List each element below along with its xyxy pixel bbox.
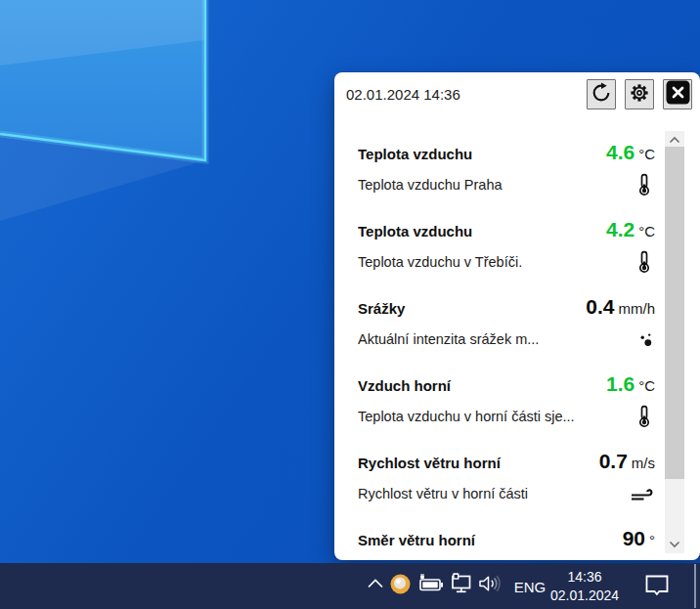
raindrops-icon [635,329,655,349]
sensor-value-unit: °C [638,377,655,394]
sensor-subtitle: Aktuální intenzita srážek m... [358,331,539,347]
sensor-subtitle: Teplota vzduchu v horní části sje... [358,409,575,424]
show-desktop-divider[interactable] [694,564,696,608]
network-icon [449,573,473,598]
sensor-value: 0.7m/s [599,451,655,471]
volume-button[interactable] [475,576,503,595]
speaker-icon [476,574,503,597]
weather-widget-panel: 02.01.2024 14:36 [334,72,700,560]
sensor-subtitle: Teplota vzduchu Praha [358,177,503,193]
close-icon [665,79,691,109]
sensor-title: Teplota vzduchu [358,146,472,162]
sensor-value-number: 4.6 [606,141,634,163]
taskbar: ENG 14:36 02.01.2024 [0,563,700,609]
chevron-up-icon [366,576,385,595]
panel-datetime: 02.01.2024 14:36 [346,86,460,103]
sensor-title: Srážky [358,300,405,317]
sensor-value-unit: °C [638,146,655,162]
network-button[interactable] [448,575,473,596]
sensor-value: 4.6°C [606,142,655,162]
thermometer-icon [634,250,655,274]
sensor-title: Vzduch horní [358,377,451,394]
taskbar-clock[interactable]: 14:36 02.01.2024 [540,567,630,606]
sensor-row[interactable]: Srážky 0.4mm/h Aktuální intenzita srážek… [358,288,655,366]
show-hidden-icons-button[interactable] [364,576,387,595]
sensor-value: 0.4mm/h [586,296,655,317]
battery-icon [417,574,445,597]
sensor-row[interactable]: Teplota vzduchu 4.6°C Teplota vzduchu Pr… [358,134,655,211]
refresh-icon [591,82,612,108]
settings-button[interactable] [625,79,654,109]
sensor-row[interactable]: Směr větru horní 90° [358,520,655,558]
gear-icon [629,82,650,108]
sensor-subtitle: Rychlost větru v horní části [358,486,528,501]
sensor-value: 90° [623,528,655,548]
thermometer-icon [634,405,655,428]
sensor-list: Teplota vzduchu 4.6°C Teplota vzduchu Pr… [358,134,655,558]
sensor-value-unit: mm/h [619,300,656,317]
sensor-value-number: 4.2 [606,218,634,240]
app-tray-icon [389,573,412,599]
battery-button[interactable] [416,576,446,595]
sensor-value-number: 0.7 [599,450,628,472]
desktop: 02.01.2024 14:36 [0,0,700,609]
close-button[interactable] [663,79,692,109]
action-center-button[interactable] [641,573,673,600]
wind-icon [630,485,655,502]
scrollbar[interactable] [665,131,684,553]
notification-icon [643,573,671,601]
sensor-title: Rychlost větru horní [358,455,501,471]
sensor-subtitle: Teplota vzduchu v Třebíči. [358,254,522,270]
sensor-row[interactable]: Teplota vzduchu 4.2°C Teplota vzduchu v … [358,211,655,288]
scroll-down-icon[interactable] [665,536,684,553]
sensor-value-unit: °C [638,223,655,239]
sensor-value-unit: ° [649,532,655,548]
thermometer-icon [634,173,655,196]
sensor-value-number: 90 [623,527,645,549]
sensor-value-number: 1.6 [606,372,634,395]
refresh-button[interactable] [587,79,616,109]
sensor-title: Teplota vzduchu [358,223,472,239]
sensor-row[interactable]: Rychlost větru horní 0.7m/s Rychlost vět… [358,443,655,520]
tray-app-button[interactable] [388,574,412,597]
taskbar-date: 02.01.2024 [550,587,619,605]
sensor-value: 1.6°C [606,373,655,394]
sensor-title: Směr větru horní [358,532,475,548]
sensor-value-number: 0.4 [586,295,614,318]
scrollbar-thumb[interactable] [665,147,684,479]
taskbar-time: 14:36 [567,568,601,587]
sensor-value-unit: m/s [632,455,655,471]
sensor-value: 4.2°C [606,219,655,239]
sensor-row[interactable]: Vzduch horní 1.6°C Teplota vzduchu v hor… [358,366,655,443]
